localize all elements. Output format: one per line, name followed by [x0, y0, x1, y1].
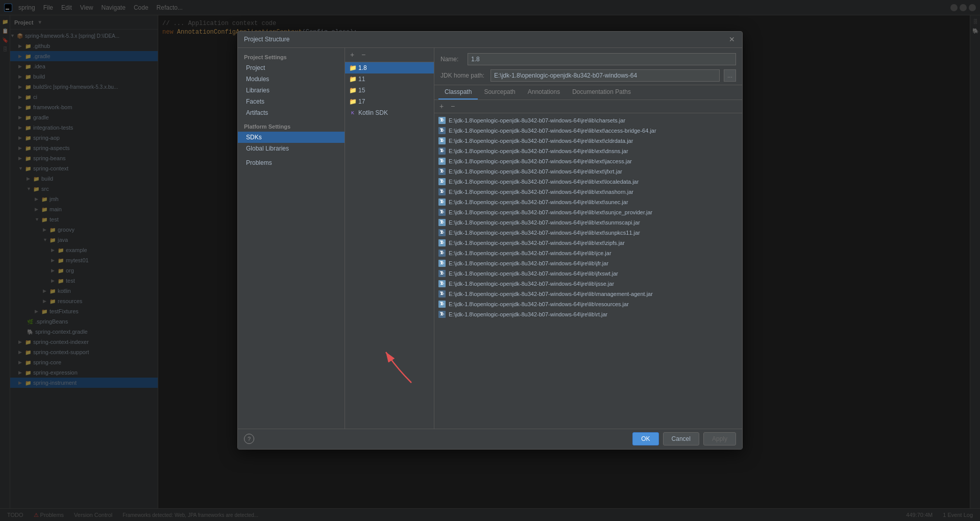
jar-icon-4: 🗜	[438, 158, 446, 165]
classpath-add-button[interactable]: +	[436, 101, 447, 111]
tab-annotations[interactable]: Annotations	[522, 85, 566, 100]
platform-settings-header: Platform Settings	[238, 121, 345, 132]
tab-classpath[interactable]: Classpath	[438, 85, 478, 100]
sdk-folder-icon-1.8: 📁	[349, 64, 356, 71]
jar-icon-6: 🗜	[438, 178, 446, 185]
dialog-body: Project Settings Project Modules Librari…	[238, 48, 742, 429]
name-label: Name:	[440, 56, 463, 63]
dialog-titlebar: Project Structure ✕	[238, 32, 742, 48]
sdk-list-toolbar: + −	[345, 48, 434, 62]
jdk-home-browse-button[interactable]: ...	[724, 69, 736, 82]
jar-icon-0: 🗜	[438, 117, 446, 124]
sdk-detail-panel: Name: JDK home path: ... Classpath Sourc…	[434, 48, 742, 429]
sdk-detail-header: Name: JDK home path: ...	[434, 48, 742, 85]
classpath-item-12[interactable]: 🗜 E:\jdk-1.8\openlogic-openjdk-8u342-b07…	[434, 238, 742, 248]
sdk-item-kotlin[interactable]: K Kotlin SDK	[345, 107, 434, 118]
sdk-folder-icon-17: 📁	[349, 98, 356, 105]
jar-icon-5: 🗜	[438, 168, 446, 175]
sdk-tabs: Classpath Sourcepath Annotations Documen…	[434, 85, 742, 100]
sdk-list-panel: + − 📁 1.8 📁 11 📁	[345, 48, 434, 429]
sdk-folder-icon-11: 📁	[349, 76, 356, 83]
classpath-item-0[interactable]: 🗜 E:\jdk-1.8\openlogic-openjdk-8u342-b07…	[434, 115, 742, 126]
ide-background: spring File Edit View Navigate Code Refa…	[0, 0, 980, 521]
jar-icon-15: 🗜	[438, 270, 446, 277]
jar-icon-14: 🗜	[438, 260, 446, 267]
sdk-folder-icon-15: 📁	[349, 87, 356, 94]
classpath-item-13[interactable]: 🗜 E:\jdk-1.8\openlogic-openjdk-8u342-b07…	[434, 248, 742, 258]
classpath-item-10[interactable]: 🗜 E:\jdk-1.8\openlogic-openjdk-8u342-b07…	[434, 217, 742, 228]
tab-sourcepath[interactable]: Sourcepath	[478, 85, 521, 100]
sdk-list-items: 📁 1.8 📁 11 📁 15 📁 17	[345, 62, 434, 429]
jar-icon-10: 🗜	[438, 219, 446, 226]
classpath-item-18[interactable]: 🗜 E:\jdk-1.8\openlogic-openjdk-8u342-b07…	[434, 299, 742, 309]
nav-item-project[interactable]: Project	[238, 62, 345, 73]
sdk-item-1.8[interactable]: 📁 1.8	[345, 62, 434, 73]
jar-icon-9: 🗜	[438, 209, 446, 216]
dialog-close-button[interactable]: ✕	[728, 35, 736, 43]
jar-icon-12: 🗜	[438, 239, 446, 246]
sdk-kotlin-icon: K	[349, 109, 356, 116]
nav-item-modules[interactable]: Modules	[238, 73, 345, 85]
classpath-item-6[interactable]: 🗜 E:\jdk-1.8\openlogic-openjdk-8u342-b07…	[434, 177, 742, 187]
nav-item-sdks[interactable]: SDKs	[238, 132, 345, 143]
jdk-home-input[interactable]	[491, 69, 720, 82]
dialog-title: Project Structure	[244, 36, 289, 43]
sdk-item-11[interactable]: 📁 11	[345, 73, 434, 85]
nav-item-facets[interactable]: Facets	[238, 96, 345, 107]
dialog-navigation: Project Settings Project Modules Librari…	[238, 48, 345, 429]
classpath-item-4[interactable]: 🗜 E:\jdk-1.8\openlogic-openjdk-8u342-b07…	[434, 156, 742, 166]
classpath-item-8[interactable]: 🗜 E:\jdk-1.8\openlogic-openjdk-8u342-b07…	[434, 197, 742, 207]
project-structure-dialog: Project Structure ✕ Project Settings Pro…	[237, 31, 743, 450]
jar-icon-19: 🗜	[438, 311, 446, 318]
nav-item-problems[interactable]: Problems	[238, 157, 345, 168]
jar-icon-18: 🗜	[438, 301, 446, 308]
classpath-list: 🗜 E:\jdk-1.8\openlogic-openjdk-8u342-b07…	[434, 113, 742, 429]
apply-button[interactable]: Apply	[703, 432, 736, 445]
jar-icon-8: 🗜	[438, 199, 446, 206]
help-button[interactable]: ?	[244, 434, 254, 444]
sdk-home-row: JDK home path: ...	[440, 69, 736, 82]
dialog-footer: ? OK Cancel Apply	[238, 429, 742, 449]
nav-item-global-libraries[interactable]: Global Libraries	[238, 143, 345, 154]
sdk-item-17[interactable]: 📁 17	[345, 96, 434, 107]
classpath-item-15[interactable]: 🗜 E:\jdk-1.8\openlogic-openjdk-8u342-b07…	[434, 268, 742, 279]
classpath-item-1[interactable]: 🗜 E:\jdk-1.8\openlogic-openjdk-8u342-b07…	[434, 126, 742, 136]
classpath-item-3[interactable]: 🗜 E:\jdk-1.8\openlogic-openjdk-8u342-b07…	[434, 146, 742, 156]
classpath-item-16[interactable]: 🗜 E:\jdk-1.8\openlogic-openjdk-8u342-b07…	[434, 279, 742, 289]
sdk-name-input[interactable]	[468, 53, 736, 65]
classpath-item-19[interactable]: 🗜 E:\jdk-1.8\openlogic-openjdk-8u342-b07…	[434, 309, 742, 319]
classpath-toolbar: + −	[434, 100, 742, 113]
jar-icon-11: 🗜	[438, 229, 446, 236]
dialog-overlay: Project Structure ✕ Project Settings Pro…	[0, 0, 980, 521]
nav-item-libraries[interactable]: Libraries	[238, 85, 345, 96]
classpath-remove-button[interactable]: −	[448, 101, 458, 111]
classpath-item-2[interactable]: 🗜 E:\jdk-1.8\openlogic-openjdk-8u342-b07…	[434, 136, 742, 146]
cancel-button[interactable]: Cancel	[663, 432, 699, 445]
classpath-item-17[interactable]: 🗜 E:\jdk-1.8\openlogic-openjdk-8u342-b07…	[434, 289, 742, 299]
jar-icon-7: 🗜	[438, 188, 446, 195]
sdk-add-button[interactable]: +	[347, 49, 357, 60]
classpath-item-14[interactable]: 🗜 E:\jdk-1.8\openlogic-openjdk-8u342-b07…	[434, 258, 742, 268]
classpath-item-9[interactable]: 🗜 E:\jdk-1.8\openlogic-openjdk-8u342-b07…	[434, 207, 742, 217]
sdk-name-row: Name:	[440, 53, 736, 65]
classpath-item-11[interactable]: 🗜 E:\jdk-1.8\openlogic-openjdk-8u342-b07…	[434, 228, 742, 238]
project-settings-header: Project Settings	[238, 52, 345, 62]
jar-icon-3: 🗜	[438, 147, 446, 155]
sdk-remove-button[interactable]: −	[358, 49, 369, 60]
jdk-home-label: JDK home path:	[440, 72, 486, 79]
jar-icon-1: 🗜	[438, 127, 446, 134]
jar-icon-13: 🗜	[438, 250, 446, 257]
classpath-item-5[interactable]: 🗜 E:\jdk-1.8\openlogic-openjdk-8u342-b07…	[434, 166, 742, 177]
tab-documentation-paths[interactable]: Documentation Paths	[566, 85, 637, 100]
jar-icon-2: 🗜	[438, 137, 446, 144]
nav-item-artifacts[interactable]: Artifacts	[238, 107, 345, 118]
jar-icon-16: 🗜	[438, 280, 446, 287]
sdk-item-15[interactable]: 📁 15	[345, 85, 434, 96]
ok-button[interactable]: OK	[632, 432, 658, 445]
classpath-item-7[interactable]: 🗜 E:\jdk-1.8\openlogic-openjdk-8u342-b07…	[434, 187, 742, 197]
jar-icon-17: 🗜	[438, 290, 446, 297]
